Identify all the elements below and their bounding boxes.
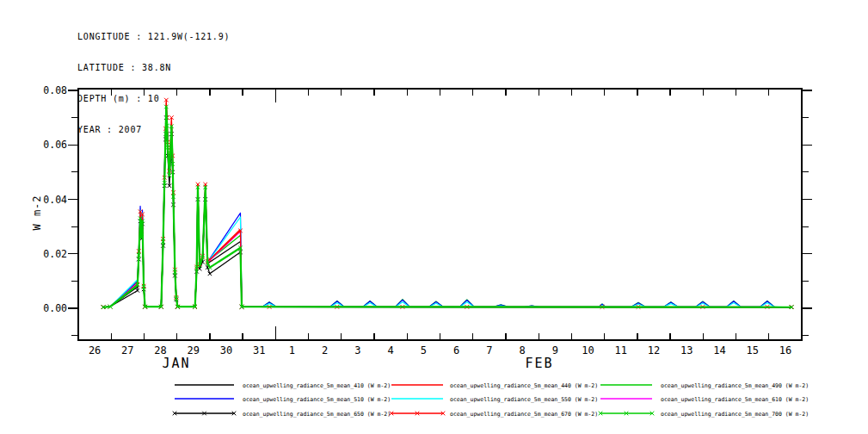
legend-label-490: ocean_upwelling_radiance_5m_mean_490 (W … xyxy=(661,382,809,389)
legend-label-670: ocean_upwelling_radiance_5m_mean_670 (W … xyxy=(450,411,598,418)
chart-canvas: 0.000.020.040.060.0826272829303112345678… xyxy=(0,0,868,434)
x-day-label: 7 xyxy=(486,344,492,356)
legend-label-700: ocean_upwelling_radiance_5m_mean_700 (W … xyxy=(661,411,809,418)
plot-page: LONGITUDE : 121.9W(-121.9) LATITUDE : 38… xyxy=(0,0,868,434)
y-tick-label: 0.04 xyxy=(43,194,67,206)
y-tick-label: 0.02 xyxy=(43,248,67,260)
x-day-label: 6 xyxy=(453,344,459,356)
x-day-label: 12 xyxy=(648,344,660,356)
x-day-label: 29 xyxy=(188,344,200,356)
x-day-label: 1 xyxy=(289,344,295,356)
x-day-label: 13 xyxy=(680,344,693,356)
axis-frame xyxy=(78,89,802,340)
x-day-label: 14 xyxy=(713,344,725,356)
x-day-label: 5 xyxy=(421,344,427,356)
x-day-label: 27 xyxy=(121,344,133,356)
x-day-label: 26 xyxy=(89,344,101,356)
legend-label-410: ocean_upwelling_radiance_5m_mean_410 (W … xyxy=(243,382,391,389)
x-day-label: 8 xyxy=(519,344,525,356)
x-day-label: 4 xyxy=(388,344,394,356)
x-day-label: 30 xyxy=(220,344,232,356)
x-day-label: 2 xyxy=(322,344,328,356)
legend-label-440: ocean_upwelling_radiance_5m_mean_440 (W … xyxy=(450,382,598,389)
x-day-label: 31 xyxy=(253,344,265,356)
x-day-label: 9 xyxy=(552,344,558,356)
legend-label-650: ocean_upwelling_radiance_5m_mean_650 (W … xyxy=(243,411,391,418)
x-day-label: 15 xyxy=(746,344,758,356)
y-tick-label: 0.06 xyxy=(43,139,67,151)
x-day-label: 11 xyxy=(615,344,627,356)
x-day-label: 16 xyxy=(779,344,791,356)
legend-label-510: ocean_upwelling_radiance_5m_mean_510 (W … xyxy=(243,396,391,403)
x-day-label: 3 xyxy=(354,344,360,356)
y-tick-label: 0.08 xyxy=(43,84,67,96)
x-day-label: 10 xyxy=(582,344,594,356)
x-day-label: 28 xyxy=(154,344,166,356)
series-line-700 xyxy=(103,107,791,307)
y-tick-label: 0.00 xyxy=(43,302,67,314)
legend-label-610: ocean_upwelling_radiance_5m_mean_610 (W … xyxy=(661,396,809,403)
legend-label-550: ocean_upwelling_radiance_5m_mean_550 (W … xyxy=(450,396,598,403)
